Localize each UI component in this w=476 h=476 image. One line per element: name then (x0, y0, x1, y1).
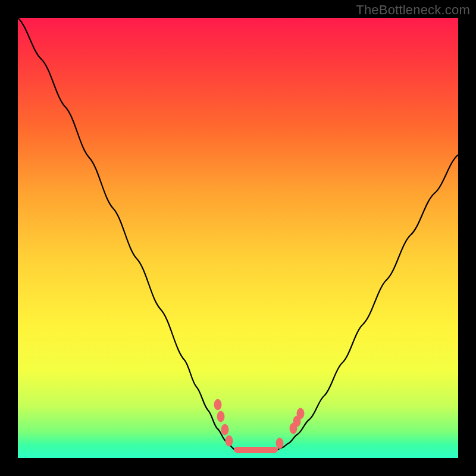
chart-svg (18, 18, 458, 458)
highlight-dot (276, 438, 283, 449)
watermark-label: TheBottleneck.com (356, 2, 470, 18)
highlight-dot (297, 408, 304, 419)
highlight-dot (214, 399, 221, 410)
chart-frame: TheBottleneck.com (0, 0, 476, 476)
plot-area (18, 18, 458, 458)
curve-left (18, 18, 235, 450)
highlight-dot (221, 424, 228, 435)
highlight-dot (226, 436, 233, 446)
curves-group (18, 18, 458, 450)
curve-right (277, 155, 458, 450)
highlight-dot (217, 411, 224, 422)
